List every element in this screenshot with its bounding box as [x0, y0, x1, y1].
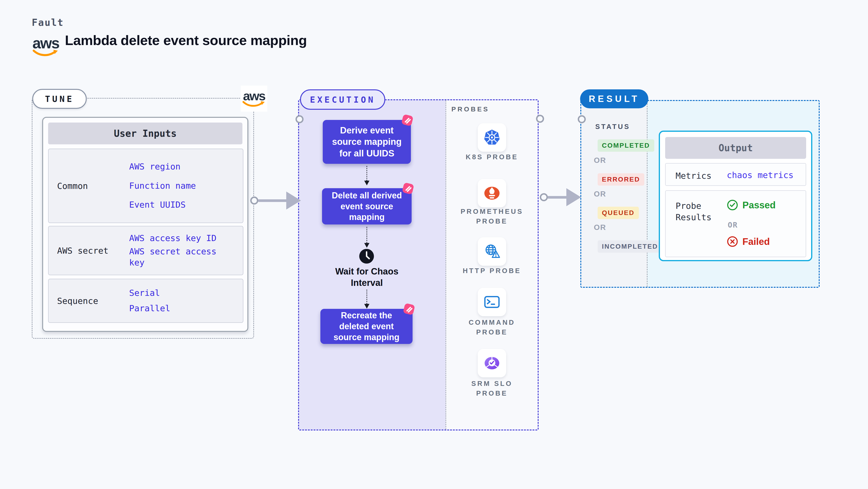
chaos-fault-icon — [400, 113, 415, 127]
status-badge-errored: ERRORED — [598, 173, 644, 186]
probe-card-command[interactable] — [478, 288, 506, 316]
input-link-function-name[interactable]: Function name — [129, 180, 237, 191]
aws-smile-icon — [32, 49, 60, 57]
flow-connector-arrowhead — [364, 181, 369, 185]
user-inputs-row-sequence: Sequence Serial Parallel — [48, 279, 243, 323]
flow-connector — [366, 227, 367, 243]
arrow-head — [566, 188, 581, 206]
flow-node-delete[interactable]: Delete all derived event source mapping — [322, 188, 412, 224]
terminal-icon — [483, 293, 501, 311]
probes-title: PROBES — [452, 105, 489, 113]
or-separator: OR — [594, 190, 606, 198]
chaos-metrics-link[interactable]: chaos metrics — [727, 170, 794, 180]
tune-to-execution-arrow — [250, 191, 301, 210]
flow-node-recreate[interactable]: Recreate the deleted event source mappin… — [320, 309, 412, 344]
http-globe-icon — [483, 243, 501, 261]
srm-slo-icon — [483, 354, 501, 372]
row-links: AWS region Function name Event UUIDS — [129, 149, 243, 222]
probe-card-srm-slo[interactable] — [478, 349, 506, 377]
probe-label-k8s: K8S PROBE — [456, 152, 527, 162]
user-inputs-header: User Inputs — [48, 123, 242, 144]
aws-logo: aws — [32, 36, 60, 57]
status-badge-completed: COMPLETED — [598, 140, 654, 152]
or-separator: OR — [728, 220, 738, 230]
flow-node-label: Delete all derived event source mapping — [328, 190, 405, 222]
kubernetes-icon — [483, 128, 501, 147]
aws-provider-tile: aws — [241, 86, 267, 112]
execution-badge: EXECUTION — [300, 89, 385, 110]
fault-diagram: Fault aws Lambda delete event source map… — [0, 0, 868, 489]
arrow-start-port — [540, 193, 548, 201]
flow-connector — [366, 289, 367, 304]
input-link-secret-access-key[interactable]: AWS secret access key — [129, 246, 219, 268]
status-badge-queued: QUEUED — [598, 207, 639, 219]
status-badge-incompleted: INCOMPLETED — [598, 240, 662, 253]
row-label: Sequence — [49, 279, 129, 323]
row-links: AWS access key ID AWS secret access key — [129, 226, 243, 275]
probe-result-failed: Failed — [727, 236, 770, 247]
tune-badge: TUNE — [32, 89, 87, 109]
probe-card-k8s[interactable] — [478, 123, 506, 152]
aws-logo: aws — [242, 89, 266, 108]
input-link-access-key-id[interactable]: AWS access key ID — [129, 233, 237, 244]
row-links: Serial Parallel — [129, 279, 243, 323]
probe-card-prometheus[interactable] — [478, 179, 506, 207]
flow-connector-arrowhead — [364, 304, 369, 309]
arrow-line — [258, 200, 286, 202]
metrics-label: Metrics — [676, 170, 712, 182]
probe-label-prometheus: PROMETHEUS PROBE — [456, 207, 527, 226]
passed-label: Passed — [742, 200, 776, 211]
flow-node-label: Derive event source mapping for all UUID… — [329, 125, 405, 159]
arrow-start-port — [250, 196, 258, 205]
row-label: Common — [49, 149, 129, 222]
or-separator: OR — [594, 223, 606, 232]
chaos-fault-icon — [401, 181, 415, 196]
probe-label-http: HTTP PROBE — [456, 266, 527, 276]
input-link-event-uuids[interactable]: Event UUIDS — [129, 200, 237, 211]
probe-label-command: COMMAND PROBE — [456, 317, 527, 337]
user-inputs-row-aws-secret: AWS secret AWS access key ID AWS secret … — [48, 226, 243, 275]
fault-eyebrow: Fault — [32, 17, 64, 28]
row-label: AWS secret — [49, 226, 129, 275]
aws-logo-word: aws — [243, 89, 265, 102]
page-title: Lambda delete event source mapping — [65, 32, 307, 48]
probe-results-label: Probe Results — [676, 200, 723, 223]
x-circle-icon — [727, 236, 738, 247]
probe-results-row: Probe Results Passed OR Failed — [665, 190, 806, 257]
wait-step-label: Wait for Chaos Interval — [319, 266, 415, 288]
arrow-line — [548, 196, 566, 198]
failed-label: Failed — [742, 236, 770, 247]
output-card: Output Metrics chaos metrics Probe Resul… — [659, 131, 812, 261]
flow-node-label: Recreate the deleted event source mappin… — [327, 310, 406, 342]
aws-smile-icon — [242, 101, 266, 108]
probe-result-passed: Passed — [727, 200, 776, 211]
or-separator: OR — [594, 156, 606, 165]
probe-card-http[interactable] — [478, 237, 506, 266]
input-link-parallel[interactable]: Parallel — [129, 303, 237, 314]
flow-connector-arrowhead — [364, 243, 369, 248]
prometheus-icon — [483, 184, 501, 202]
status-title: STATUS — [595, 123, 630, 131]
chaos-fault-icon — [402, 302, 416, 316]
check-circle-icon — [727, 200, 738, 211]
user-inputs-card: User Inputs Common AWS region Function n… — [42, 117, 248, 332]
output-header: Output — [665, 137, 806, 159]
input-link-aws-region[interactable]: AWS region — [129, 161, 237, 172]
result-badge: RESULT — [580, 89, 648, 108]
clock-icon — [359, 248, 374, 264]
execution-to-result-arrow — [540, 188, 581, 206]
flow-node-derive[interactable]: Derive event source mapping for all UUID… — [323, 120, 411, 164]
input-link-serial[interactable]: Serial — [129, 287, 237, 299]
execution-right-port — [536, 115, 544, 123]
user-inputs-row-common: Common AWS region Function name Event UU… — [48, 149, 243, 223]
result-left-port — [578, 115, 586, 123]
execution-left-port — [296, 115, 304, 123]
metrics-row: Metrics chaos metrics — [665, 163, 806, 186]
probe-label-srm-slo: SRM SLO PROBE — [456, 379, 527, 398]
aws-logo-word: aws — [32, 36, 59, 51]
flow-connector — [366, 166, 367, 181]
arrow-head — [286, 191, 301, 210]
